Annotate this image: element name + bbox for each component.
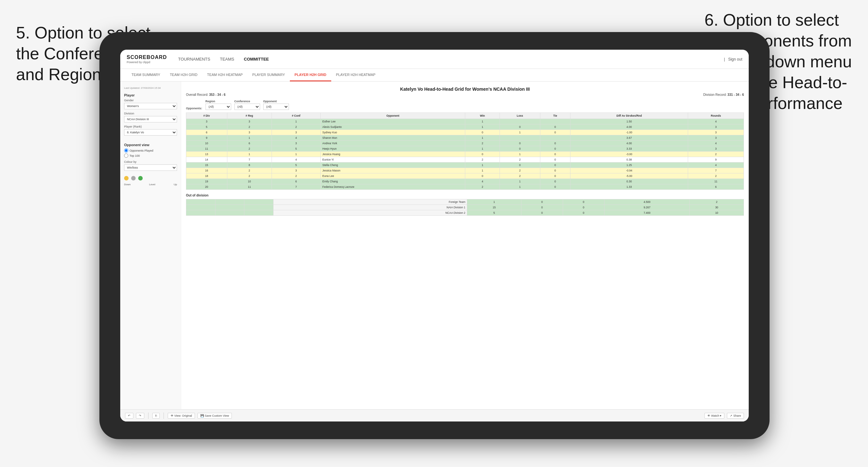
th-diff: Diff Av Strokes/Rnd — [570, 113, 688, 119]
player-rank-select[interactable]: 8. Katelyn Vo — [124, 129, 177, 135]
table-cell: 6 — [227, 141, 272, 146]
table-cell: 3 — [688, 124, 744, 130]
colour-by-label: Colour by — [124, 160, 177, 163]
table-row: 331Esther Lee11.504 — [186, 119, 744, 124]
division-record: Division Record: 331 - 34 - 6 — [703, 93, 744, 96]
table-cell: 7 — [227, 157, 272, 162]
division-select[interactable]: NCAA Division III — [124, 116, 177, 122]
save-custom-btn[interactable]: 💾 Save Custom View — [197, 413, 232, 418]
sub-nav-player-h2h-heatmap[interactable]: PLAYER H2H HEATMAP — [331, 69, 380, 82]
radio-opponents-played[interactable]: Opponents Played — [124, 148, 177, 153]
gender-select[interactable]: Women's — [124, 103, 177, 109]
page-title: Katelyn Vo Head-to-Head Grid for Women's… — [186, 87, 744, 92]
right-content: Katelyn Vo Head-to-Head Grid for Women's… — [181, 82, 749, 409]
th-conf: # Conf — [272, 113, 321, 119]
table-cell: Sydney Kuo — [321, 130, 465, 135]
ood-cell: 0 — [521, 210, 563, 216]
table-cell: Euna Lee — [321, 174, 465, 179]
table-cell: 2 — [227, 124, 272, 130]
region-select[interactable]: (All) — [206, 103, 231, 110]
table-cell: 1 — [465, 146, 500, 152]
sign-out-link[interactable]: Sign out — [728, 57, 742, 62]
table-cell: 2 — [465, 141, 500, 146]
logo-wrap: SCOREBOARD Powered by clippd — [127, 55, 169, 64]
table-row: 633Sydney Kuo010-1.003 — [186, 130, 744, 135]
dots-row — [124, 176, 177, 181]
sub-nav-player-h2h-grid[interactable]: PLAYER H2H GRID — [290, 69, 331, 82]
table-cell: 2 — [272, 174, 321, 179]
redo-btn[interactable]: ↷ — [136, 413, 144, 418]
table-cell — [540, 135, 570, 141]
table-cell: 0 — [540, 124, 570, 130]
ood-cell — [215, 199, 244, 205]
sub-nav-player-summary[interactable]: PLAYER SUMMARY — [248, 69, 290, 82]
ood-row: NAIA Division 115009.26730 — [186, 205, 744, 210]
table-cell: 0 — [540, 162, 570, 168]
share-btn[interactable]: ↗ Share — [727, 413, 744, 418]
division-label: Division — [124, 112, 177, 115]
table-cell: 3 — [227, 119, 272, 124]
ood-cell: 0 — [521, 199, 563, 205]
table-cell: 9 — [186, 135, 227, 141]
table-cell: Andrea York — [321, 141, 465, 146]
table-cell: Emily Chang — [321, 179, 465, 184]
sub-nav-team-h2h-heatmap[interactable]: TEAM H2H HEATMAP — [202, 69, 248, 82]
view-original-btn[interactable]: 👁 View: Original — [168, 413, 195, 418]
table-cell: 1 — [500, 152, 540, 157]
th-rounds: Rounds — [688, 113, 744, 119]
last-updated: Last Updated: 27/03/2024 15:34 — [124, 87, 177, 89]
ood-cell: NAIA Division 1 — [273, 205, 467, 210]
table-cell: -3.00 — [570, 152, 688, 157]
table-cell: 4 — [688, 119, 744, 124]
table-cell: 3 — [186, 119, 227, 124]
dot-level — [131, 176, 136, 181]
table-cell: 10 — [186, 141, 227, 146]
undo-btn[interactable]: ↶ — [125, 413, 133, 418]
filter-row: Opponents: Region (All) Conference (All) — [186, 100, 744, 110]
ood-cell — [186, 199, 215, 205]
colour-by-select[interactable]: Win/loss — [124, 164, 177, 171]
table-cell: 1 — [227, 152, 272, 157]
table-row: 19106Emily Chang4100.3011 — [186, 179, 744, 184]
table-row: 1311Jessica Huang010-3.002 — [186, 152, 744, 157]
radio-group-opponent: Opponents Played Top 100 — [124, 148, 177, 158]
bottom-toolbar: ↶ ↷ ⎘ 👁 View: Original 💾 Save Custom Vie… — [120, 409, 749, 422]
table-cell: 0 — [540, 146, 570, 152]
table-cell: 1.33 — [570, 184, 688, 190]
table-cell: Jessica Huang — [321, 152, 465, 157]
ood-cell — [244, 199, 274, 205]
logo-sub: Powered by clippd — [127, 61, 159, 64]
copy-btn[interactable]: ⎘ — [152, 413, 160, 418]
table-cell: 1.50 — [570, 119, 688, 124]
table-cell: 2 — [500, 174, 540, 179]
table-cell: 3 — [272, 130, 321, 135]
ood-cell: 2 — [690, 199, 744, 205]
radio-top100[interactable]: Top 100 — [124, 154, 177, 158]
table-cell: 4 — [272, 135, 321, 141]
nav-item-teams[interactable]: TEAMS — [220, 55, 235, 63]
nav-item-committee[interactable]: COMMITTEE — [244, 55, 269, 63]
watch-btn[interactable]: 👁 Watch ▾ — [705, 413, 724, 418]
table-cell: 0.30 — [570, 179, 688, 184]
conference-select[interactable]: (All) — [235, 103, 260, 110]
table-cell: 16 — [186, 168, 227, 174]
out-of-division-table: Foreign Team1004.5002NAIA Division 11500… — [186, 199, 744, 216]
table-cell: 1 — [500, 130, 540, 135]
ood-cell: 4.500 — [604, 199, 690, 205]
table-cell: 3 — [688, 130, 744, 135]
ood-row: NCAA Division 25007.40010 — [186, 210, 744, 216]
table-cell: 0 — [465, 152, 500, 157]
table-cell: 4.00 — [570, 141, 688, 146]
table-cell: 9 — [688, 157, 744, 162]
table-cell: Jessica Mason — [321, 168, 465, 174]
sub-nav-team-summary[interactable]: TEAM SUMMARY — [127, 69, 165, 82]
ood-table-body: Foreign Team1004.5002NAIA Division 11500… — [186, 199, 744, 216]
table-cell: 1 — [272, 119, 321, 124]
nav-item-tournaments[interactable]: TOURNAMENTS — [178, 55, 210, 63]
opponent-select[interactable]: (All) — [263, 103, 289, 110]
table-cell: 2 — [227, 168, 272, 174]
table-cell: 1 — [465, 162, 500, 168]
table-cell: 6 — [272, 179, 321, 184]
table-cell: 1 — [465, 168, 500, 174]
sub-nav-team-h2h-grid[interactable]: TEAM H2H GRID — [165, 69, 202, 82]
